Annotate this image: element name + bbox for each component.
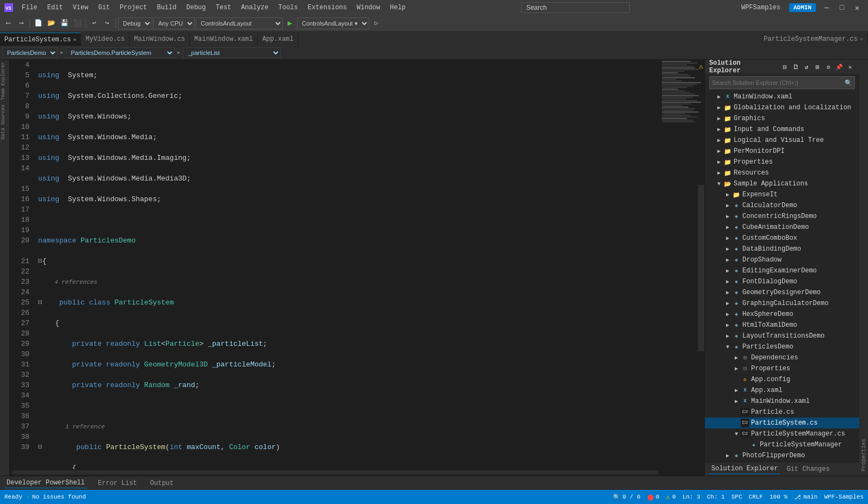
tab-mainwindow-cs[interactable]: MainWindow.cs — [129, 33, 190, 46]
menu-edit[interactable]: Edit — [43, 3, 67, 13]
menu-window[interactable]: Window — [352, 3, 385, 13]
tree-mainwindow-xaml-sub[interactable]: ▶ X MainWindow.xaml — [705, 396, 859, 407]
tree-resources[interactable]: ▶ 📁 Resources — [705, 167, 859, 178]
menu-debug[interactable]: Debug — [182, 3, 210, 13]
code-view[interactable]: 4 5 6 7 8 9 10 11 12 13 14 15 16 17 18 1… — [10, 60, 661, 469]
tree-hexsphere[interactable]: ▶ ◈ HexSphereDemo — [705, 309, 859, 320]
tree-concentricrings[interactable]: ▶ ◈ ConcentricRingsDemo — [705, 211, 859, 222]
tree-sample-applications[interactable]: ▼ 📂 Sample Applications — [705, 178, 859, 189]
se-close-btn[interactable]: ✕ — [845, 62, 855, 72]
tab-solution-explorer[interactable]: Solution Explorer — [709, 464, 780, 474]
status-crlf[interactable]: CRLF — [749, 494, 763, 500]
status-zoom[interactable]: 100 % — [770, 494, 788, 500]
tree-customcombobox[interactable]: ▶ ◈ CustomComboBox — [705, 233, 859, 244]
tab-close-btn[interactable]: ✕ — [73, 36, 76, 43]
tree-input-commands[interactable]: ▶ 📁 Input and Commands — [705, 124, 859, 135]
tree-particlesystemmanager-cs[interactable]: ▼ C# ParticleSystemManager.cs — [705, 428, 859, 439]
tree-graphingcalculator[interactable]: ▶ ◈ GraphingCalculatorDemo — [705, 298, 859, 309]
tab-error-list[interactable]: Error List — [96, 478, 139, 488]
tree-dropshadow[interactable]: ▶ ◈ DropShadow — [705, 254, 859, 265]
forward-btn[interactable]: ⟶ — [15, 17, 27, 29]
se-settings-btn[interactable]: ⚙ — [823, 62, 833, 72]
se-collapse-all-btn[interactable]: ⊟ — [780, 62, 790, 72]
tree-particlesystem-cs[interactable]: C# ParticleSystem.cs — [705, 418, 859, 428]
tree-app-config[interactable]: ⚙ App.config — [705, 374, 859, 385]
sidebar-team-explorer[interactable]: Team Explorer — [0, 60, 9, 102]
tree-calculatordemo[interactable]: ▶ ◈ CalculatorDemo — [705, 200, 859, 211]
tree-fontdialog[interactable]: ▶ ◈ FontDialogDemo — [705, 276, 859, 287]
back-btn[interactable]: ⟵ — [2, 17, 14, 29]
config-dropdown[interactable]: Debug — [118, 17, 152, 29]
tree-properties-sub[interactable]: ▶ ⊟ Properties — [705, 363, 859, 374]
tree-graphics[interactable]: ▶ 📁 Graphics — [705, 113, 859, 124]
properties-label[interactable]: Properties — [861, 439, 867, 471]
tab-mainwindow-xaml[interactable]: MainWindow.xaml — [190, 33, 258, 46]
menu-project[interactable]: Project — [115, 3, 151, 13]
horizontal-scrollbar[interactable] — [10, 469, 661, 476]
se-pin-btn[interactable]: 📌 — [834, 62, 844, 72]
title-search-input[interactable] — [521, 2, 630, 13]
se-filter-btn[interactable]: ⊞ — [813, 62, 822, 72]
sidebar-data-sources[interactable]: Data Sources — [0, 102, 9, 142]
tree-particlesdemo[interactable]: ▼ ◈ ParticlesDemo — [705, 341, 859, 352]
open-btn[interactable]: 📂 — [45, 17, 57, 29]
undo-btn[interactable]: ↩ — [88, 17, 100, 29]
tree-layouttransitions[interactable]: ▶ ◈ LayoutTransitionsDemo — [705, 331, 859, 341]
tab-output[interactable]: Output — [148, 478, 176, 488]
menu-build[interactable]: Build — [152, 3, 181, 13]
tree-globalization[interactable]: ▶ 📁 Globalization and Localization — [705, 102, 859, 113]
tree-expenseit[interactable]: ▶ 📁 ExpenseIt — [705, 189, 859, 200]
tree-permonitordpi[interactable]: ▶ 📁 PerMonitorDPI — [705, 146, 859, 157]
tree-properties-root[interactable]: ▶ 📁 Properties — [705, 157, 859, 167]
tree-particlesystemmanager-class[interactable]: ◈ ParticleSystemManager — [705, 439, 859, 450]
tree-databinding[interactable]: ▶ ◈ DataBindingDemo — [705, 244, 859, 254]
tree-app-xaml[interactable]: ▶ X App.xaml — [705, 385, 859, 396]
tree-geometrydesigner[interactable]: ▶ ◈ GeometryDesignerDemo — [705, 287, 859, 298]
run-target-dropdown[interactable]: ControlsAndLayout ▾ — [297, 17, 369, 29]
menu-help[interactable]: Help — [386, 3, 410, 13]
tree-particle-cs[interactable]: C# Particle.cs — [705, 407, 859, 418]
redo-btn[interactable]: ↪ — [101, 17, 113, 29]
minimap[interactable]: ⚠ — [661, 60, 704, 476]
tree-logical-visual[interactable]: ▶ 📁 Logical and Visual Tree — [705, 135, 859, 146]
tree-editingexaminer[interactable]: ▶ ◈ EditingExaminerDemo — [705, 265, 859, 276]
code-text[interactable]: using System; using System.Collections.G… — [34, 60, 661, 469]
run-button[interactable]: ▶ — [284, 17, 296, 29]
save-all-btn[interactable]: ⬛ — [71, 17, 83, 29]
member-select[interactable]: _particleList — [183, 47, 281, 58]
startup-project-dropdown[interactable]: ControlsAndLayout — [196, 17, 283, 29]
tab-app-xaml[interactable]: App.xaml — [258, 33, 299, 46]
new-file-btn[interactable]: 📄 — [32, 17, 44, 29]
close-button[interactable]: ✕ — [851, 3, 864, 12]
tab-particlesystemmanager-cs[interactable]: ParticleSystemManager.cs ✕ — [759, 33, 868, 46]
menu-tools[interactable]: Tools — [274, 3, 302, 13]
tree-cubeanimation[interactable]: ▶ ◈ CubeAnimationDemo — [705, 222, 859, 233]
se-refresh-btn[interactable]: ↺ — [802, 62, 811, 72]
properties-sidebar[interactable]: Properties — [859, 60, 868, 476]
tab-close-btn2[interactable]: ✕ — [860, 36, 863, 42]
tab-git-changes[interactable]: Git Changes — [784, 464, 832, 474]
tab-developer-powershell[interactable]: Developer PowerShell — [4, 478, 87, 488]
tree-mainwindow-xaml[interactable]: ▶ X MainWindow.xaml — [705, 91, 859, 102]
se-search-input[interactable] — [712, 79, 845, 86]
menu-view[interactable]: View — [69, 3, 93, 13]
tree-htmltoxaml[interactable]: ▶ ◈ HtmlToXamlDemo — [705, 320, 859, 331]
se-tree[interactable]: ▶ X MainWindow.xaml ▶ 📁 Globalization an… — [705, 91, 859, 462]
platform-dropdown[interactable]: Any CPU — [153, 17, 195, 29]
tree-photoflipperdemo[interactable]: ▶ ◈ PhotoFlipperDemo — [705, 450, 859, 461]
se-show-allfiles-btn[interactable]: 🗋 — [791, 62, 801, 72]
menu-extensions[interactable]: Extensions — [303, 3, 351, 13]
run-without-debug-btn[interactable]: ▷ — [370, 17, 382, 29]
menu-analyze[interactable]: Analyze — [237, 3, 272, 13]
namespace-select[interactable]: ParticlesDemo — [2, 47, 58, 58]
status-branch[interactable]: ⎇ main — [794, 494, 817, 501]
menu-file[interactable]: File — [17, 3, 42, 13]
maximize-button[interactable]: □ — [835, 3, 848, 12]
save-btn[interactable]: 💾 — [58, 17, 70, 29]
status-issues[interactable]: ✓ No issues found — [27, 494, 86, 500]
menu-git[interactable]: Git — [94, 3, 114, 13]
tab-particlesystem-cs[interactable]: ParticleSystem.cs ✕ — [0, 33, 81, 46]
class-select[interactable]: ParticlesDemo.ParticleSystem — [66, 47, 175, 58]
tree-dependencies[interactable]: ▶ ⊞ Dependencies — [705, 352, 859, 363]
minimize-button[interactable]: — — [820, 3, 833, 12]
